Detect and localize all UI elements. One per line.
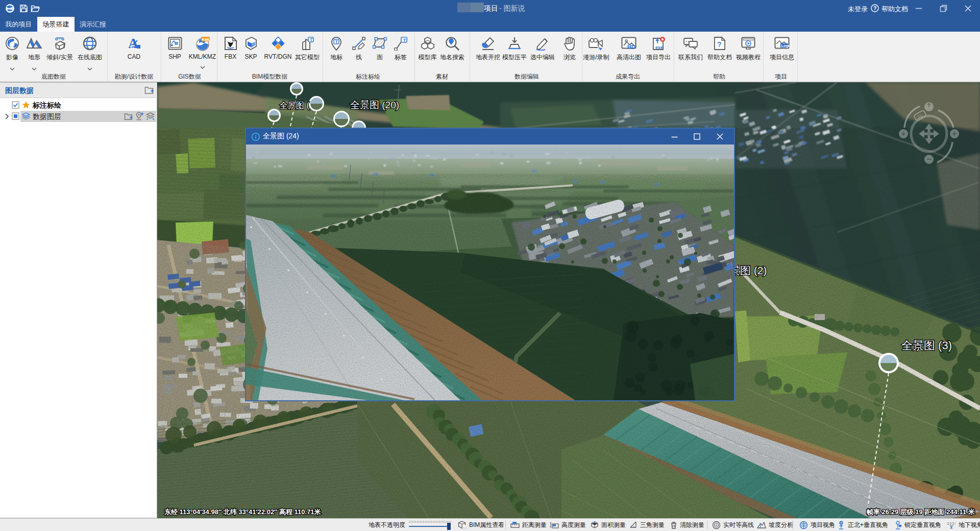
svg-text:T: T	[403, 37, 406, 43]
svg-text::::: :::	[463, 525, 467, 529]
svg-text:帧率 26.29 层级 19 距地面 244.11 米: 帧率 26.29 层级 19 距地面 244.11 米	[867, 508, 975, 516]
svg-text:N: N	[840, 521, 842, 524]
svg-text:HD: HD	[627, 44, 635, 50]
svg-text:东经 113°04′34.98″ 北纬 33°41′22.0: 东经 113°04′34.98″ 北纬 33°41′22.02″ 高程 110.…	[164, 508, 322, 516]
svg-text:Logo: Logo	[781, 43, 790, 48]
svg-text:全景图 (20): 全景图 (20)	[350, 100, 399, 110]
svg-text:KML: KML	[202, 37, 210, 42]
svg-text:?: ?	[873, 5, 876, 11]
svg-text:T: T	[335, 39, 338, 44]
svg-text:exe: exe	[655, 45, 663, 50]
svg-text:T: T	[310, 37, 313, 42]
svg-text:?: ?	[717, 40, 722, 49]
svg-text:全景图 (: 全景图 (	[280, 101, 309, 110]
svg-text:全景图 (3): 全景图 (3)	[901, 339, 952, 352]
